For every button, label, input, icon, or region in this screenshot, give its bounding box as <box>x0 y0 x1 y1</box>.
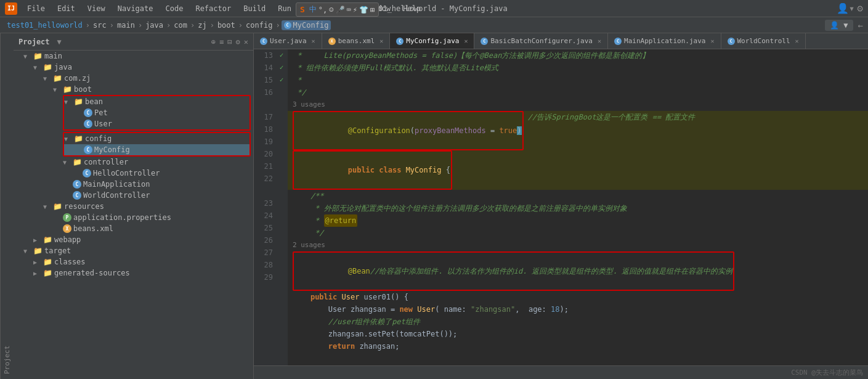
sidebar-dropdown-icon[interactable]: ▼ <box>57 38 62 46</box>
tree-label-generatedsources: generated-sources <box>54 269 130 277</box>
settings-icon[interactable]: ⚙ <box>857 2 863 14</box>
toolbar-degree-icon[interactable]: °, <box>318 6 327 14</box>
menu-refactor[interactable]: Refactor <box>190 3 236 14</box>
tree-item-classes[interactable]: ▶ 📁 classes <box>14 256 253 267</box>
tree-item-myconfig[interactable]: ▼ C MyConfig <box>64 144 249 155</box>
sidebar-gear-icon[interactable]: ⚙ <box>236 38 240 46</box>
myconfig-icon: C <box>284 22 291 29</box>
tab-myconfig[interactable]: C MyConfig.java ✕ <box>390 33 474 49</box>
tab-close-beansxml[interactable]: ✕ <box>379 38 383 44</box>
gutter: ✓ ✓ ✓ <box>275 49 288 365</box>
toolbar-lightning-icon[interactable]: ⚡ <box>353 6 357 14</box>
menu-file[interactable]: File <box>22 3 50 14</box>
tab-worldcontrol[interactable]: C WorldControll ✕ <box>721 33 806 49</box>
toolbar-face-icon[interactable]: ☺ <box>329 6 333 14</box>
navigate-back-icon[interactable]: ← <box>858 20 863 30</box>
folder-icon-classes: 📁 <box>43 258 52 266</box>
sidebar-collapse-icon[interactable]: ⊟ <box>227 38 232 46</box>
menu-edit[interactable]: Edit <box>52 3 80 14</box>
menu-navigate[interactable]: Navigate <box>113 3 158 14</box>
tab-label-basicbatch: BasicBatchConfigurer.java <box>490 37 593 45</box>
breadcrumb-config[interactable]: config <box>244 21 274 30</box>
code-line-15: * <box>288 74 868 86</box>
vertical-project-label[interactable]: Project <box>0 33 14 379</box>
breadcrumb-src[interactable]: src <box>91 21 108 30</box>
sidebar-header: Project ▼ ⊕ ≡ ⊟ ⚙ ✕ <box>14 33 253 51</box>
tab-close-mainapplication[interactable]: ✕ <box>710 38 714 44</box>
code-editor[interactable]: * Lite(proxyBeanMethods = false)【每个@Bean… <box>288 49 868 365</box>
tree-label-myconfig: MyConfig <box>94 145 130 154</box>
tree-item-bean[interactable]: ▼ 📁 bean <box>64 96 249 107</box>
breadcrumb-project[interactable]: test01_helloworld <box>5 21 84 30</box>
breadcrumb-java[interactable]: java <box>144 21 165 30</box>
tree-item-main[interactable]: ▼ 📁 main <box>14 51 253 62</box>
sidebar-plus-icon[interactable]: ⊕ <box>211 38 216 46</box>
code-line-20: * 外部无论对配置类中的这个组件注册方法调用多少次获取的都是之前注册容器中的单实… <box>288 202 868 214</box>
file-icon-worldcontroller: C <box>73 191 81 200</box>
tab-close-user[interactable]: ✕ <box>312 38 315 44</box>
sidebar-scroll-icon[interactable]: ≡ <box>219 38 224 46</box>
tree-item-boot[interactable]: ▼ 📁 boot <box>14 84 253 95</box>
tree-item-mainapplication[interactable]: ▼ C MainApplication <box>14 179 253 190</box>
bean-folder-group: ▼ 📁 bean ▼ C Pet ▼ C User <box>63 95 251 131</box>
tree-item-config[interactable]: ▼ 📁 config <box>64 133 249 144</box>
tree-item-generatedsources[interactable]: ▶ 📁 generated-sources <box>14 267 253 279</box>
toolbar-chinese-icon[interactable]: 中 <box>309 4 317 15</box>
profile-icon[interactable]: 👤▾ <box>837 2 855 14</box>
toolbar-keyboard-icon[interactable]: ⌨ <box>347 6 351 14</box>
code-line-27: zhangsan.setPet(tomcatPet()); <box>288 328 868 340</box>
toolbar-s-icon[interactable]: S <box>300 5 305 14</box>
tab-close-basicbatch[interactable]: ✕ <box>598 38 601 44</box>
tree-item-user[interactable]: ▼ C User <box>64 118 249 129</box>
breadcrumb-com[interactable]: com <box>172 21 189 30</box>
tab-basicbatch[interactable]: C BasicBatchConfigurer.java ✕ <box>474 33 608 49</box>
app-icon: IJ <box>5 2 17 15</box>
tree-item-comzj[interactable]: ▼ 📁 com.zj <box>14 73 253 84</box>
tree-label-mainapplication: MainApplication <box>83 180 150 189</box>
file-icon-properties: P <box>63 213 71 222</box>
tree-item-applicationproperties[interactable]: ▼ P application.properties <box>14 212 253 223</box>
code-line-13: * Lite(proxyBeanMethods = false)【每个@Bean… <box>288 49 868 62</box>
tree-item-hellocontroller[interactable]: ▼ C HelloController <box>14 168 253 179</box>
tab-icon-mainapplication: C <box>614 38 622 45</box>
tree-item-pet[interactable]: ▼ C Pet <box>64 107 249 118</box>
menu-view[interactable]: View <box>83 3 110 14</box>
breadcrumb-myconfig[interactable]: C MyConfig <box>282 20 331 30</box>
breadcrumb-main[interactable]: main <box>115 21 137 30</box>
tree-label-user: User <box>94 120 112 128</box>
tab-close-myconfig[interactable]: ✕ <box>464 38 468 44</box>
watermark: CSDN @失去斗志的菜鸟 <box>791 368 863 377</box>
menu-code[interactable]: Code <box>161 3 189 14</box>
tree-item-beansxml[interactable]: ▼ X beans.xml <box>14 223 253 234</box>
profile-button[interactable]: 👤 ▼ <box>825 20 853 31</box>
breadcrumb-zj[interactable]: zj <box>196 21 208 30</box>
config-folder-group: ▼ 📁 config ▼ C MyConfig <box>63 132 251 157</box>
tree-item-target[interactable]: ▼ 📁 target <box>14 245 253 256</box>
sidebar-close-icon[interactable]: ✕ <box>244 38 248 46</box>
menu-run[interactable]: Run <box>273 3 296 14</box>
tree-item-resources[interactable]: ▼ 📁 resources <box>14 201 253 212</box>
tab-icon-basicbatch: C <box>481 38 488 45</box>
toolbar-mic-icon[interactable]: 🎤 <box>336 6 345 14</box>
folder-icon-config: 📁 <box>74 134 83 143</box>
code-line-17: @Configuration(proxyBeanMethods = true) … <box>288 111 868 150</box>
tree-label-beansxml: beans.xml <box>73 224 113 233</box>
toolbar-shirt-icon[interactable]: 👕 <box>359 6 368 14</box>
tab-mainapplication[interactable]: C MainApplication.java ✕ <box>608 33 721 49</box>
tab-user-java[interactable]: C User.java ✕ <box>254 33 322 49</box>
toolbar-right: 👤▾ ⚙ <box>837 2 863 14</box>
tree-label-bean: bean <box>85 97 103 106</box>
tree-item-controller[interactable]: ▼ 📁 controller <box>14 157 253 168</box>
tree-item-java[interactable]: ▼ 📁 java <box>14 62 253 73</box>
tab-close-worldcontrol[interactable]: ✕ <box>795 38 799 44</box>
tab-beansxml[interactable]: X beans.xml ✕ <box>322 33 391 49</box>
sidebar: Project ▼ ⊕ ≡ ⊟ ⚙ ✕ ▼ 📁 main ▼ 📁 java <box>14 33 254 379</box>
breadcrumb-boot[interactable]: boot <box>216 21 237 30</box>
sidebar-title-text: Project <box>18 38 50 46</box>
menu-build[interactable]: Build <box>238 3 270 14</box>
folder-icon-generatedsources: 📁 <box>43 269 52 277</box>
tree-label-java: java <box>54 63 72 71</box>
tree-item-worldcontroller[interactable]: ▼ C WorldController <box>14 190 253 201</box>
toolbar-grid-icon[interactable]: ⊞ <box>370 6 375 14</box>
tree-item-webapp[interactable]: ▶ 📁 webapp <box>14 234 253 245</box>
